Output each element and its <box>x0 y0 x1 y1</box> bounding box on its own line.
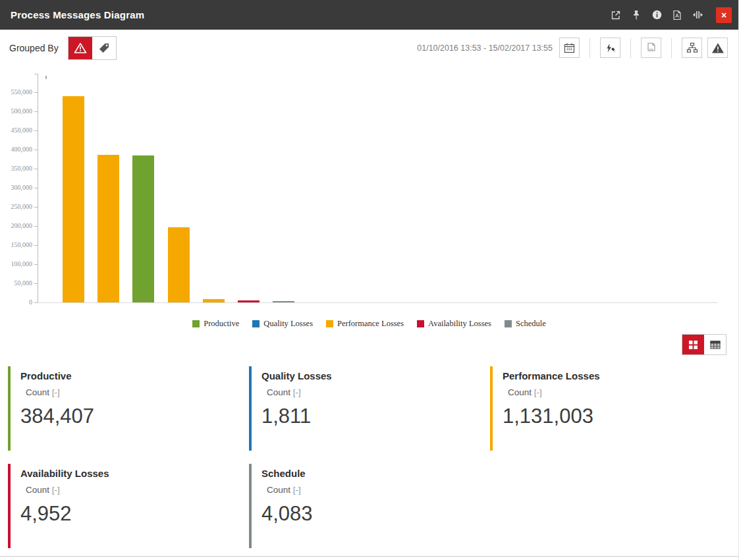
kpi-card-metric: Count [-] <box>26 387 242 397</box>
grouped-by-label: Grouped By <box>9 43 59 53</box>
kpi-metric-label: Count <box>508 387 534 397</box>
chart-bar[interactable] <box>168 227 190 302</box>
chart-bar[interactable] <box>238 300 260 302</box>
y-tick-label: 350,000 <box>2 165 32 173</box>
lightning-plug-icon[interactable] <box>600 38 620 58</box>
kpi-card-title: Productive <box>20 370 242 381</box>
kpi-metric-unit: [-] <box>52 387 60 397</box>
legend-swatch <box>505 320 512 327</box>
kpi-metric-unit: [-] <box>52 485 60 495</box>
legend-item[interactable]: Quality Losses <box>252 319 313 329</box>
kpi-metric-label: Count <box>26 387 52 397</box>
chart-legend: ProductiveQuality LossesPerformance Loss… <box>0 319 738 329</box>
y-tick-label: 150,000 <box>2 241 32 249</box>
kpi-metric-unit: [-] <box>293 387 301 397</box>
y-tick <box>34 130 38 131</box>
y-tick-label: 550,000 <box>2 88 32 96</box>
legend-swatch <box>252 320 260 327</box>
kpi-card-title: Schedule <box>261 468 483 479</box>
info-icon[interactable] <box>651 9 663 21</box>
legend-swatch <box>192 320 200 327</box>
warning-icon[interactable] <box>707 38 728 58</box>
table-view-button[interactable] <box>704 335 726 354</box>
y-tick <box>34 92 38 93</box>
legend-item[interactable]: Availability Losses <box>417 319 491 329</box>
toolbar: Grouped By 01/10/2016 13:53 - 15/02/2017… <box>0 30 738 66</box>
kpi-card-value: 4,952 <box>20 502 242 526</box>
y-tick-label: 200,000 <box>2 222 32 230</box>
expand-horizontal-icon[interactable] <box>692 9 703 21</box>
view-toggle <box>682 334 726 355</box>
pdf-export-icon[interactable] <box>671 9 683 21</box>
calendar-icon[interactable] <box>559 38 580 58</box>
grouped-by-toggle <box>68 36 117 60</box>
window-title: Process Messages Diagram <box>11 9 144 20</box>
chart-bar[interactable] <box>97 155 119 302</box>
kpi-metric-label: Count <box>26 485 52 495</box>
process-messages-window: Process Messages Diagram <box>0 0 739 560</box>
group-by-messages-button[interactable] <box>68 37 92 59</box>
kpi-cards: ProductiveCount [-]384,407Quality Losses… <box>8 366 739 548</box>
kpi-card: ProductiveCount [-]384,407 <box>8 366 242 451</box>
y-tick-label: 300,000 <box>2 184 32 192</box>
chart-bar[interactable] <box>203 299 225 302</box>
y-tick <box>34 264 38 265</box>
chart-bar[interactable] <box>132 155 154 302</box>
kpi-metric-label: Count <box>267 387 293 397</box>
hierarchy-icon[interactable] <box>682 38 702 58</box>
kpi-metric-unit: [-] <box>534 387 542 397</box>
y-tick <box>34 226 38 227</box>
kpi-card: ScheduleCount [-]4,083 <box>249 464 483 548</box>
export-xls-icon[interactable]: xls <box>641 38 661 58</box>
y-tick-label: 250,000 <box>2 203 32 211</box>
pin-icon[interactable] <box>630 9 642 21</box>
y-tick <box>34 150 38 150</box>
kpi-card-title: Availability Losses <box>20 468 242 479</box>
legend-label: Schedule <box>516 319 546 329</box>
legend-swatch <box>326 320 333 327</box>
tiles-view-button[interactable] <box>682 335 704 354</box>
bottom-divider <box>0 556 738 557</box>
xls-label: xls <box>649 47 653 51</box>
legend-item[interactable]: Schedule <box>505 319 546 329</box>
legend-label: Performance Losses <box>337 319 404 329</box>
open-in-new-icon[interactable] <box>610 9 622 21</box>
legend-label: Quality Losses <box>263 319 313 329</box>
legend-item[interactable]: Performance Losses <box>326 319 404 329</box>
group-by-tags-button[interactable] <box>92 37 116 59</box>
kpi-card-value: 1,811 <box>261 405 483 428</box>
legend-label: Productive <box>204 319 239 329</box>
kpi-card-metric: Count [-] <box>508 387 724 397</box>
kpi-card-metric: Count [-] <box>267 485 483 495</box>
y-tick-label: 400,000 <box>2 146 32 154</box>
y-tick <box>34 245 38 246</box>
legend-item[interactable]: Productive <box>192 319 239 329</box>
kpi-card-title: Quality Losses <box>261 370 483 381</box>
y-tick <box>34 188 38 188</box>
x-axis <box>38 302 718 303</box>
titlebar: Process Messages Diagram <box>0 0 738 30</box>
kpi-metric-label: Count <box>267 485 293 495</box>
legend-swatch <box>417 320 424 327</box>
legend-label: Availability Losses <box>428 319 491 329</box>
y-tick-label: 450,000 <box>2 126 32 134</box>
kpi-card-metric: Count [-] <box>26 485 242 495</box>
y-axis-top-mark <box>45 76 47 79</box>
bar-chart: 050,000100,000150,000200,000250,000300,0… <box>0 66 739 318</box>
kpi-card: Availability LossesCount [-]4,952 <box>8 464 242 548</box>
kpi-card-title: Performance Losses <box>503 370 724 381</box>
chart-bar[interactable] <box>273 301 294 302</box>
y-tick <box>34 283 38 284</box>
y-tick-label: 50,000 <box>2 279 32 287</box>
kpi-card-value: 384,407 <box>20 405 242 428</box>
close-icon[interactable]: × <box>716 7 732 23</box>
date-range-text: 01/10/2016 13:53 - 15/02/2017 13:55 <box>417 43 553 53</box>
y-tick-label: 500,000 <box>2 107 32 115</box>
chart-bar[interactable] <box>63 96 84 302</box>
kpi-card: Quality LossesCount [-]1,811 <box>249 366 483 451</box>
y-tick <box>34 169 38 169</box>
kpi-card-value: 4,083 <box>261 502 483 526</box>
y-tick-label: 0 <box>2 298 32 306</box>
kpi-card-value: 1,131,003 <box>503 405 724 428</box>
kpi-metric-unit: [-] <box>293 485 301 495</box>
